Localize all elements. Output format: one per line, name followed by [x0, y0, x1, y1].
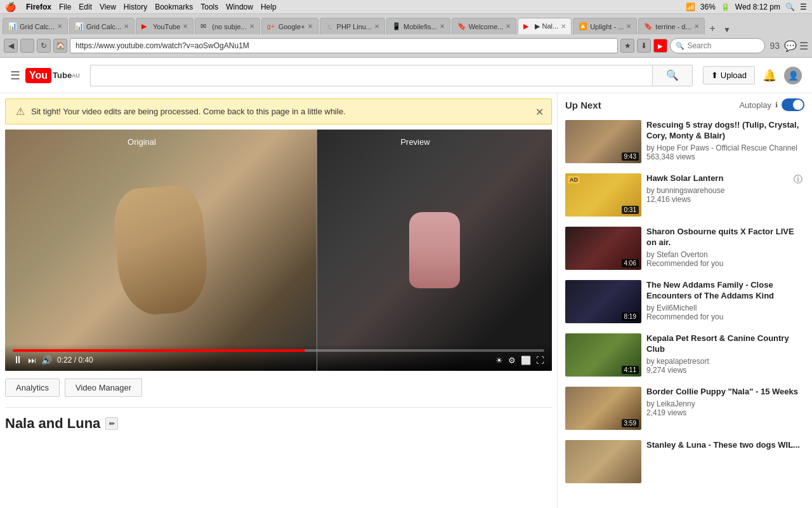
tab-0[interactable]: 📊 Grid Calc... ✕ [3, 18, 68, 34]
tab-label-1: Grid Calc... [86, 23, 121, 30]
youtube-logo-text: Tube [53, 70, 72, 80]
recommended-video-3[interactable]: 8:19 The New Addams Family - Close Encou… [563, 277, 807, 326]
duration-5: 3:59 [622, 419, 639, 427]
nav-extra-btn1[interactable]: 93 [768, 41, 782, 51]
fullscreen-button[interactable]: ⛶ [536, 356, 544, 365]
youtube-search-input[interactable] [90, 65, 652, 86]
tab-close-10[interactable]: ✕ [694, 23, 699, 30]
tab-favicon-3: ✉ [200, 22, 209, 31]
tab-close-9[interactable]: ✕ [626, 23, 631, 30]
tab-6[interactable]: 📱 Mobilefis... ✕ [386, 18, 450, 34]
tab-close-0[interactable]: ✕ [57, 23, 62, 30]
hamburger-button[interactable]: ☰ [10, 69, 20, 83]
autoplay-area: Autoplay ℹ [739, 98, 804, 111]
autoplay-toggle[interactable] [782, 98, 804, 111]
analytics-button[interactable]: Analytics [5, 378, 60, 397]
youtube-search-button[interactable]: 🔍 [652, 65, 693, 86]
recommended-video-4[interactable]: 4:11 Kepala Pet Resort & Canine Country … [563, 331, 807, 379]
user-avatar[interactable]: 👤 [784, 67, 802, 84]
tab-1[interactable]: 📊 Grid Calc... ✕ [69, 18, 134, 34]
tab-close-7[interactable]: ✕ [506, 23, 511, 30]
progress-fill [13, 349, 305, 352]
tab-close-5[interactable]: ✕ [374, 23, 379, 30]
back-button[interactable]: ◀ [4, 39, 18, 53]
tab-overflow-btn[interactable]: ▼ [721, 25, 733, 34]
tab-9[interactable]: 🔼 Uplight - ... ✕ [573, 18, 637, 34]
thumb-wrap-3: 8:19 [565, 280, 641, 323]
brightness-button[interactable]: ☀ [495, 356, 503, 365]
recommended-video-5[interactable]: 3:59 Border Collie Puppy "Nala" - 15 Wee… [563, 384, 807, 432]
play-pause-button[interactable]: ⏸ [13, 354, 23, 366]
tab-7[interactable]: 🔖 Welcome... ✕ [452, 18, 517, 34]
card-info-button-1[interactable]: ⓘ [792, 173, 804, 186]
refresh-button[interactable]: ↻ [37, 39, 51, 53]
tab-favicon-10: 🔖 [644, 22, 653, 31]
youtube-search-area: 🔍 [90, 65, 693, 86]
menu-tools[interactable]: Tools [200, 3, 218, 11]
tab-close-3[interactable]: ✕ [249, 23, 254, 30]
theater-button[interactable]: ⬜ [521, 356, 531, 365]
tab-favicon-6: 📱 [392, 22, 401, 31]
menu-view[interactable]: View [100, 3, 116, 11]
video-info-0: Rescuing 5 stray dogs!! (Tulip, Crystal,… [646, 120, 804, 163]
tab-close-1[interactable]: ✕ [124, 23, 129, 30]
volume-button[interactable]: 🔊 [41, 355, 52, 365]
tab-label-5: PHP Linu... [337, 23, 372, 30]
menu-window[interactable]: Window [226, 3, 253, 11]
tab-3[interactable]: ✉ (no subje... ✕ [195, 18, 259, 34]
recommended-video-6[interactable]: Stanley & Luna - These two dogs WIL... [563, 438, 807, 486]
recommended-video-1[interactable]: AD 0:31 Hawk Solar Lantern by bunningswa… [563, 171, 807, 219]
thumb-wrap-0: 9:43 [565, 120, 641, 163]
video-info-4: Kepala Pet Resort & Canine Country Club … [646, 333, 804, 377]
video-manager-button[interactable]: Video Manager [65, 378, 142, 397]
forward-button[interactable]: ▶ [20, 39, 34, 53]
menu-file[interactable]: File [59, 3, 71, 11]
upload-button[interactable]: ⬆ Upload [703, 66, 755, 84]
yt-btn[interactable]: ▶ [653, 39, 667, 53]
tab-label-0: Grid Calc... [20, 23, 55, 30]
menu-bookmarks[interactable]: Bookmarks [155, 3, 193, 11]
recommended-video-0[interactable]: 9:43 Rescuing 5 stray dogs!! (Tulip, Cry… [563, 117, 807, 166]
edit-title-button[interactable]: ✏ [105, 417, 118, 430]
menu-firefox[interactable]: Firefox [26, 3, 51, 11]
notifications-button[interactable]: 🔔 [763, 69, 776, 83]
tab-8-active[interactable]: ▶ ▶ Nal... ✕ [518, 18, 572, 34]
tab-close-6[interactable]: ✕ [440, 23, 445, 30]
video-rec-2: Recommended for you [646, 259, 804, 268]
tab-close-2[interactable]: ✕ [183, 23, 188, 30]
progress-bar[interactable] [13, 349, 544, 352]
new-tab-btn[interactable]: + [706, 23, 719, 34]
recommended-video-2[interactable]: 4:06 Sharon Osbourne quits X Factor LIVE… [563, 224, 807, 272]
download-btn[interactable]: ⬇ [637, 39, 651, 53]
video-channel-3: by Evil6Michell [646, 304, 804, 312]
tab-10[interactable]: 🔖 terrine - d... ✕ [638, 18, 704, 34]
tab-close-8[interactable]: ✕ [561, 23, 566, 30]
bookmark-btn[interactable]: ★ [620, 39, 634, 53]
menu-help[interactable]: Help [261, 3, 277, 11]
tab-favicon-2: ▶ [141, 22, 150, 31]
tab-close-4[interactable]: ✕ [308, 23, 313, 30]
os-status-bar: 📶 36% 🔋 Wed 8:12 pm 🔍 ☰ [686, 3, 807, 11]
video-player[interactable]: Original Preview ⏸ [5, 130, 552, 371]
autoplay-info-button[interactable]: ℹ [775, 101, 778, 109]
settings-button[interactable]: ⚙ [508, 356, 516, 365]
nav-search-input[interactable] [687, 41, 757, 50]
video-title-3: The New Addams Family - Close Encounters… [646, 280, 804, 302]
apple-icon[interactable]: 🍎 [5, 2, 16, 12]
home-button[interactable]: 🏠 [53, 39, 67, 53]
address-bar[interactable] [70, 38, 618, 53]
menu-edit[interactable]: Edit [79, 3, 92, 11]
video-views-1: 12,416 views [646, 195, 787, 204]
tab-4[interactable]: g+ Google+ ✕ [261, 18, 318, 34]
nav-extra-btn2[interactable]: 💬 [784, 40, 797, 52]
tab-5[interactable]: 🐘 PHP Linu... ✕ [320, 18, 385, 34]
os-menu-icon[interactable]: ☰ [800, 3, 807, 11]
nav-extra-btn3[interactable]: ☰ [799, 40, 808, 52]
skip-button[interactable]: ⏭ [28, 356, 36, 365]
tab-2[interactable]: ▶ YouTube ✕ [136, 18, 193, 34]
menu-history[interactable]: History [124, 3, 147, 11]
thumb-wrap-6 [565, 440, 641, 483]
youtube-logo[interactable]: YouTube AU [25, 68, 80, 83]
warning-close-button[interactable]: ✕ [535, 105, 544, 117]
os-search-icon[interactable]: 🔍 [785, 3, 795, 11]
